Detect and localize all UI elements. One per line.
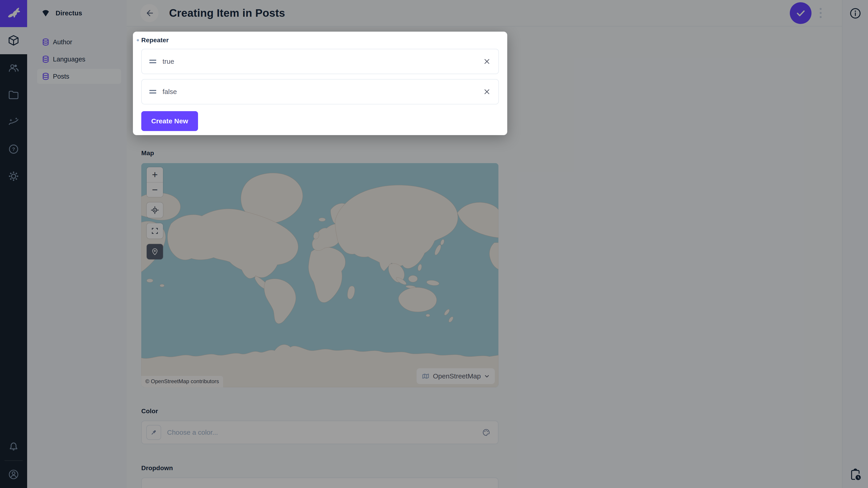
repeater-field-label: Repeater bbox=[141, 37, 168, 44]
remove-item-button[interactable] bbox=[483, 58, 491, 65]
close-x-icon bbox=[483, 88, 491, 96]
repeater-item-row[interactable]: false bbox=[141, 79, 499, 104]
app-window: ? Directus bbox=[0, 0, 868, 488]
repeater-item-value: false bbox=[162, 88, 177, 96]
repeater-item-value: true bbox=[162, 58, 174, 65]
drag-handle-icon[interactable] bbox=[149, 60, 156, 63]
repeater-field-card: Repeater true false bbox=[133, 32, 507, 135]
create-new-button[interactable]: Create New bbox=[141, 111, 198, 131]
repeater-item-row[interactable]: true bbox=[141, 49, 499, 74]
repeater-label-row: Repeater bbox=[137, 37, 499, 44]
drag-handle-icon[interactable] bbox=[149, 90, 156, 94]
remove-item-button[interactable] bbox=[483, 88, 491, 96]
field-edited-dot bbox=[137, 39, 139, 41]
close-x-icon bbox=[483, 58, 491, 65]
